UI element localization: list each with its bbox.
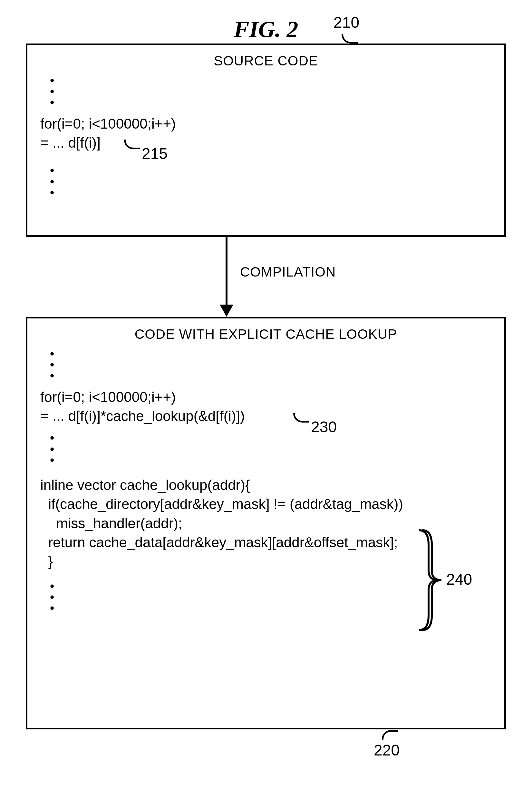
ellipsis-mid-2: ••• [40,433,491,466]
source-code-title: SOURCE CODE [27,53,504,69]
source-code-body: ••• for(i=0; i<100000;i++) = ... d[f(i)]… [27,75,504,205]
ref-215-hook [124,139,140,149]
fn-line-1: inline vector cache_lookup(addr){ [40,475,491,494]
ref-215-label: 215 [142,144,168,164]
compiled-code-box: CODE WITH EXPLICIT CACHE LOOKUP ••• for(… [26,317,506,729]
arrow-head-icon [220,305,233,317]
src-line-2: = ... d[f(i)] [40,135,100,151]
ref-220-label: 220 [374,741,400,759]
ref-240-label: 240 [446,570,472,588]
diagram-page: FIG. 2 210 SOURCE CODE ••• for(i=0; i<10… [0,0,532,799]
ellipsis-bottom-1: ••• [40,165,491,198]
ellipsis-top-1: ••• [40,75,491,108]
fn-line-2: if(cache_directory[addr&key_mask] != (ad… [40,494,491,513]
arrow-shaft [226,237,228,306]
compilation-label: COMPILATION [240,264,336,280]
comp-line-2: = ... d[f(i)]*cache_lookup(&d[f(i)]) [40,408,245,424]
source-code-box: SOURCE CODE ••• for(i=0; i<100000;i++) =… [26,43,506,237]
brace-240-icon [416,529,445,632]
ref-220-hook [382,730,398,740]
figure-title: FIG. 2 [0,16,532,43]
compiled-code-title: CODE WITH EXPLICIT CACHE LOOKUP [27,326,504,342]
ref-230-hook [293,413,309,422]
ref-230-label: 230 [311,417,337,438]
src-line-1: for(i=0; i<100000;i++) [40,114,491,133]
ref-210-label: 210 [334,14,359,31]
comp-line-1: for(i=0; i<100000;i++) [40,387,491,406]
ellipsis-top-2: ••• [40,348,491,382]
